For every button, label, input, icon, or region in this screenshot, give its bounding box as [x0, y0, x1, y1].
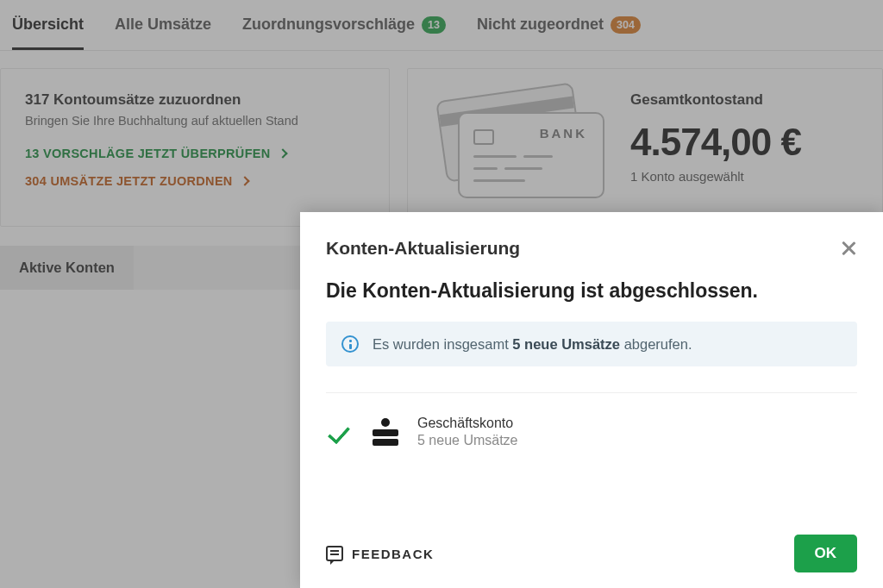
- ok-button[interactable]: OK: [794, 535, 858, 572]
- feedback-button[interactable]: FEEDBACK: [326, 546, 434, 561]
- feedback-label: FEEDBACK: [352, 547, 434, 561]
- feedback-icon: [326, 546, 343, 561]
- info-post: abgerufen.: [620, 336, 692, 352]
- close-icon[interactable]: [840, 240, 857, 257]
- info-pre: Es wurden insgesamt: [373, 336, 512, 352]
- check-icon: [326, 422, 352, 441]
- info-icon: [341, 335, 359, 353]
- account-meta: 5 neue Umsätze: [417, 433, 518, 448]
- info-banner: Es wurden insgesamt 5 neue Umsätze abger…: [326, 322, 857, 366]
- account-row: Geschäftskonto 5 neue Umsätze: [326, 416, 857, 448]
- account-name: Geschäftskonto: [417, 416, 518, 431]
- sparkasse-icon: [371, 418, 398, 446]
- modal-title: Konten-Aktualisierung: [326, 238, 520, 259]
- divider: [326, 392, 857, 393]
- info-bold: 5 neue Umsätze: [512, 336, 620, 352]
- account-update-modal: Konten-Aktualisierung Die Konten-Aktuali…: [300, 212, 883, 588]
- info-text: Es wurden insgesamt 5 neue Umsätze abger…: [373, 336, 692, 353]
- modal-headline: Die Konten-Aktualisierung ist abgeschlos…: [326, 279, 857, 303]
